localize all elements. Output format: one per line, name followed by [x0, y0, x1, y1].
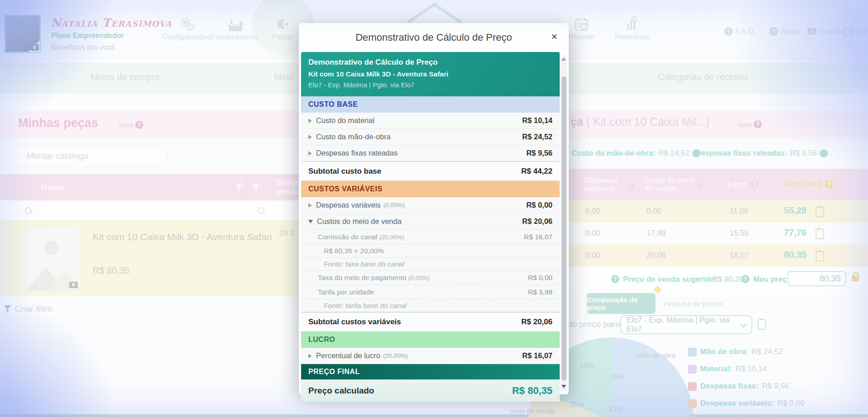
scroll-up-icon[interactable] — [561, 57, 566, 61]
pie-percent-label: 25% — [570, 401, 584, 409]
stat-despesas-fixas: Despesas fixas rateadas:R$ 9,56 ? — [695, 149, 828, 158]
tab-meios-fragment[interactable]: Meio — [274, 72, 293, 82]
legend-swatch-despesas-fixas — [688, 382, 697, 391]
help-link[interactable]: Ajuda ? — [118, 121, 143, 129]
column-nome: Nome — [41, 182, 65, 192]
detail-fonte-tarifa: Fonte: tarifa base do canal — [301, 299, 560, 312]
legend-swatch-mao-de-obra — [688, 348, 697, 356]
question-badge-icon[interactable]: ? — [820, 149, 828, 157]
section-preco-final: PREÇO FINAL — [301, 364, 560, 379]
pie-percent-label: 31% — [609, 373, 624, 381]
clipboard-icon[interactable] — [758, 319, 766, 330]
scrollbar-thumb[interactable] — [561, 76, 566, 380]
question-badge-icon[interactable]: ? — [611, 275, 619, 283]
price-row[interactable]: 0,00 17,99 15,55 77,76 — [569, 223, 868, 245]
filter-funnel-icon[interactable] — [235, 184, 243, 191]
modal-title: Demonstrativo de Cálculo de Preço — [299, 23, 569, 52]
exclamation-circle-icon: ! — [724, 27, 733, 36]
link-sair[interactable]: Sair — [844, 27, 868, 37]
legend-item: Despesas variáveis:R$ 0,00 — [688, 399, 804, 408]
question-circle-icon: ? — [769, 27, 778, 36]
avatar[interactable] — [5, 15, 41, 53]
column-despesas-variaveis: Despesas variáveis? — [584, 169, 634, 200]
svg-text:$: $ — [633, 18, 635, 22]
tab-pesquisa-de-precos[interactable]: Pesquisa de preços — [659, 293, 727, 314]
legend-item: Mão de obra:R$ 24,52 — [688, 347, 783, 356]
user-benefits-link[interactable]: Benefícios pra você — [51, 43, 115, 52]
pie-annotation: Mão-de-obra — [637, 351, 675, 359]
subtotal-custos-variaveis: Subtotal custos variáveisR$ 20,06 — [301, 312, 560, 332]
row-preco-calculado: Preço calculado R$ 80,35 — [301, 379, 560, 402]
nav-configuracoes[interactable]: Configurações — [162, 14, 212, 42]
pie-annotation-fragment: meio de venda — [510, 407, 554, 415]
subtotal-custo-base: Subtotal custo baseR$ 44,22 — [301, 161, 560, 181]
detail-tarifa-unidade: Tarifa por unidade R$ 3,99 — [301, 285, 560, 299]
legend-swatch-material — [688, 365, 697, 374]
row-custos-meio-venda[interactable]: Custos do meio de venda R$ 20,06 — [301, 213, 560, 230]
expand-arrow-icon — [308, 118, 312, 123]
user-plan[interactable]: Plano Empreendedor — [51, 32, 124, 40]
tab-meios-de-compra[interactable]: Meios de compra — [90, 72, 160, 82]
montar-catalogo-button[interactable]: Montar catálogo — [14, 146, 167, 166]
section-custos-variaveis: CUSTOS VARIÁVEIS — [301, 181, 560, 197]
row-despesas-variaveis[interactable]: Despesas variáveis(0,00%) R$ 0,00 — [301, 197, 560, 213]
nav-fornecedores[interactable]: Fornecedores — [210, 14, 260, 42]
row-custo-material[interactable]: Custo do material R$ 10,14 — [301, 113, 560, 129]
link-contato[interactable]: Contato — [807, 27, 844, 35]
filter-funnel-icon — [4, 305, 11, 313]
modal-body: Demonstrativo de Cálculo de Preço Kit co… — [301, 52, 560, 393]
clipboard-icon[interactable] — [816, 229, 824, 239]
gears-icon — [162, 14, 212, 33]
price-calculation-modal: Demonstrativo de Cálculo de Preço × Demo… — [299, 23, 569, 394]
tab-composicao-do-preco[interactable]: Composição do preço — [587, 293, 656, 314]
detail-fonte-taxa: Fonte: taxa base do canal — [301, 258, 560, 270]
page-title: Minhas peças — [18, 116, 98, 130]
legend-swatch-custo-meio-venda — [688, 415, 697, 417]
expand-arrow-icon — [308, 354, 312, 358]
report-chart-icon: $ — [607, 14, 657, 33]
clipboard-icon[interactable] — [816, 207, 824, 217]
piece-price: R$ 80,35 — [93, 265, 129, 276]
scroll-down-icon[interactable] — [561, 385, 566, 388]
piece-image-placeholder — [23, 227, 80, 291]
column-custo-meio-venda: Custo do meio de venda? — [645, 169, 703, 200]
nav-relatorios[interactable]: $ Relatórios — [607, 14, 657, 42]
detail-calculation: R$ 80,35 × 20,00% — [301, 244, 560, 258]
clipboard-icon[interactable] — [816, 251, 824, 261]
expand-arrow-icon — [308, 151, 312, 156]
piece-time: 1h 2 — [279, 228, 294, 237]
help-link-right[interactable]: Ajuda ? — [737, 120, 762, 128]
question-badge-icon: ? — [754, 120, 762, 128]
piece-title: Kit com 10 Caixa Milk 3D - Aventura Safa… — [93, 230, 274, 244]
link-ajuda[interactable]: ? Ajuda — [769, 27, 799, 36]
pie-percent-label: 19% — [580, 362, 594, 370]
row-despesas-fixas-rateadas[interactable]: Despesas fixas rateadas R$ 9,56 — [301, 145, 560, 161]
expand-arrow-icon — [308, 135, 312, 139]
envelope-icon — [807, 28, 816, 34]
row-custo-mao-de-obra[interactable]: Custo da mão-de-obra R$ 24,52 — [301, 129, 560, 145]
question-badge-icon: ? — [135, 121, 143, 129]
search-icon — [25, 207, 32, 214]
channel-select[interactable]: Elo7 - Exp. Máxima | Pgto. via Elo7 — [620, 315, 752, 334]
filter-funnel-icon[interactable] — [252, 184, 260, 191]
camera-icon — [30, 44, 39, 51]
cost-stats-strip: Custo da mão-de-obra:R$ 24,52 ? Despesas… — [569, 139, 868, 169]
legend-swatch-despesas-variaveis — [688, 399, 697, 408]
detail-comissao-canal: Comissão do canal (20,00%) R$ 16,07 — [301, 230, 560, 244]
tab-categorias-receitas[interactable]: Categorias de receitas — [658, 72, 748, 82]
pie-percent-label: 13% — [609, 405, 623, 413]
close-icon[interactable]: × — [547, 29, 561, 44]
question-badge-icon[interactable]: ? — [741, 275, 750, 283]
collapse-arrow-icon — [308, 220, 313, 223]
modal-scrollbar[interactable] — [561, 55, 567, 391]
legend-item: Despesas fixas:R$ 9,56 — [688, 382, 789, 391]
criar-filtro-link[interactable]: Criar filtro — [4, 304, 52, 314]
link-faq[interactable]: ! F.A.Q. — [724, 27, 755, 36]
editing-piece-title-fragment: ça ( Kit com 10 Caixa Mil...) — [571, 115, 709, 128]
my-price-input[interactable] — [788, 271, 846, 286]
lock-icon[interactable] — [852, 276, 859, 281]
price-row[interactable]: 0,00 20,06 16,07 80,35 — [569, 245, 868, 267]
legend-item: Material:R$ 10,14 — [688, 365, 767, 374]
row-percentual-lucro[interactable]: Percentual de lucro(20,00%) R$ 16,07 — [301, 348, 560, 364]
price-row[interactable]: 0,00 0,00 11,06 55,28 — [569, 200, 868, 223]
